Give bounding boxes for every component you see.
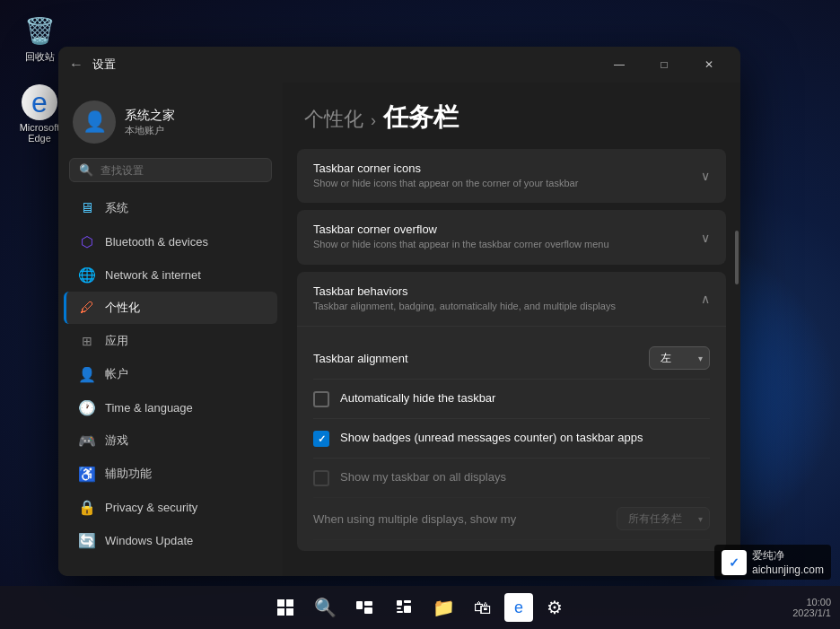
desktop: 🗑️ 回收站 e Microsoft Edge ← 设置 — □ ✕ 👤 bbox=[0, 0, 840, 629]
sidebar-item-privacy[interactable]: 🔒 Privacy & security bbox=[64, 491, 277, 523]
maximize-button[interactable]: □ bbox=[643, 50, 685, 79]
accounts-icon: 👤 bbox=[78, 365, 96, 383]
taskbar-edge-button[interactable]: e bbox=[504, 593, 533, 622]
breadcrumb-arrow: › bbox=[371, 111, 376, 130]
svg-rect-6 bbox=[364, 607, 372, 614]
corner-icons-info: Taskbar corner icons Show or hide icons … bbox=[313, 162, 692, 190]
svg-rect-7 bbox=[397, 600, 402, 606]
personalization-icon: 🖊 bbox=[78, 299, 96, 317]
multiple-displays-dropdown-wrapper: 所有任务栏 ▾ bbox=[617, 507, 710, 530]
corner-icons-title: Taskbar corner icons bbox=[313, 162, 692, 175]
apps-icon: ⊞ bbox=[78, 332, 96, 350]
avatar-icon: 👤 bbox=[83, 110, 107, 134]
user-profile[interactable]: 👤 系统之家 本地账户 bbox=[58, 92, 283, 158]
widgets-button[interactable] bbox=[386, 590, 422, 625]
sidebar-item-bluetooth[interactable]: ⬡ Bluetooth & devices bbox=[64, 225, 277, 258]
badges-row: Show badges (unread messages counter) on… bbox=[313, 419, 710, 459]
title-bar: ← 设置 — □ ✕ bbox=[58, 47, 740, 83]
main-content: 个性化 › 任务栏 Taskbar corner icons Show or h… bbox=[283, 83, 740, 576]
alignment-label: Taskbar alignment bbox=[313, 352, 649, 365]
sidebar-item-bluetooth-label: Bluetooth & devices bbox=[105, 235, 208, 249]
svg-rect-0 bbox=[277, 599, 284, 607]
watermark-icon: ✓ bbox=[722, 550, 747, 575]
svg-rect-10 bbox=[397, 611, 403, 613]
search-box[interactable]: 🔍 bbox=[69, 158, 272, 182]
taskbar-center: 🔍 📁 🛍 e ⚙ bbox=[267, 590, 573, 625]
sidebar-item-personalization[interactable]: 🖊 个性化 bbox=[64, 292, 277, 324]
corner-overflow-title: Taskbar corner overflow bbox=[313, 223, 692, 236]
system-tray: 10:00 2023/1/1 bbox=[792, 597, 831, 618]
svg-rect-4 bbox=[356, 601, 363, 609]
corner-overflow-info: Taskbar corner overflow Show or hide ico… bbox=[313, 223, 692, 251]
minimize-button[interactable]: — bbox=[599, 50, 640, 79]
sidebar-item-update-label: Windows Update bbox=[105, 534, 193, 547]
svg-rect-11 bbox=[404, 606, 411, 613]
alignment-dropdown-wrapper: 左 居中 ▾ bbox=[649, 346, 710, 370]
alignment-select[interactable]: 左 居中 bbox=[649, 346, 710, 370]
user-name: 系统之家 bbox=[125, 108, 175, 124]
window-controls: — □ ✕ bbox=[599, 50, 730, 79]
svg-rect-8 bbox=[404, 600, 411, 603]
taskbar-search-button[interactable]: 🔍 bbox=[307, 590, 343, 625]
store-button[interactable]: 🛍 bbox=[465, 590, 501, 625]
sidebar: 👤 系统之家 本地账户 🔍 🖥 系 bbox=[58, 83, 283, 576]
time-icon: 🕐 bbox=[78, 398, 96, 416]
clock-date: 2023/1/1 bbox=[792, 607, 831, 618]
watermark-brand: 爱纯净 bbox=[752, 549, 784, 562]
sidebar-item-games-label: 游戏 bbox=[105, 432, 128, 449]
svg-rect-2 bbox=[277, 608, 284, 616]
sidebar-item-network[interactable]: 🌐 Network & internet bbox=[64, 258, 277, 291]
window-title: 设置 bbox=[92, 57, 116, 73]
settings-body: 👤 系统之家 本地账户 🔍 🖥 系 bbox=[58, 83, 740, 576]
sidebar-item-network-label: Network & internet bbox=[105, 268, 201, 282]
sidebar-item-games[interactable]: 🎮 游戏 bbox=[64, 424, 277, 457]
svg-rect-9 bbox=[397, 607, 401, 609]
taskbar-right: 10:00 2023/1/1 bbox=[792, 597, 831, 618]
bluetooth-icon: ⬡ bbox=[78, 232, 96, 250]
sidebar-item-system[interactable]: 🖥 系统 bbox=[64, 192, 277, 224]
breadcrumb: 个性化 bbox=[304, 106, 363, 133]
sidebar-item-time[interactable]: 🕐 Time & language bbox=[64, 391, 277, 424]
corner-overflow-row[interactable]: Taskbar corner overflow Show or hide ico… bbox=[297, 210, 726, 264]
badges-checkbox[interactable] bbox=[313, 431, 329, 447]
task-view-button[interactable] bbox=[346, 590, 382, 625]
behaviors-header[interactable]: Taskbar behaviors Taskbar alignment, bad… bbox=[297, 272, 726, 327]
all-displays-label: Show my taskbar on all displays bbox=[340, 469, 506, 485]
taskbar-settings-button[interactable]: ⚙ bbox=[537, 590, 573, 625]
behaviors-info: Taskbar behaviors Taskbar alignment, bad… bbox=[313, 284, 692, 313]
multiple-displays-label: When using multiple displays, show my bbox=[313, 512, 617, 526]
corner-icons-row[interactable]: Taskbar corner icons Show or hide icons … bbox=[297, 149, 726, 203]
alignment-row: Taskbar alignment 左 居中 ▾ bbox=[313, 337, 710, 380]
sidebar-item-accessibility-label: 辅助功能 bbox=[105, 466, 152, 482]
sidebar-item-privacy-label: Privacy & security bbox=[105, 501, 197, 514]
search-input[interactable] bbox=[101, 164, 262, 177]
sidebar-item-apps[interactable]: ⊞ 应用 bbox=[64, 325, 277, 357]
sidebar-item-update[interactable]: 🔄 Windows Update bbox=[64, 524, 277, 556]
edge-icon: e bbox=[22, 84, 57, 120]
watermark-domain: aichunjing.com bbox=[752, 563, 824, 576]
recycle-bin-icon: 🗑️ bbox=[22, 13, 57, 48]
settings-window: ← 设置 — □ ✕ 👤 系统之家 本地账户 bbox=[58, 47, 740, 576]
behaviors-title: Taskbar behaviors bbox=[313, 284, 692, 298]
close-button[interactable]: ✕ bbox=[688, 50, 730, 79]
svg-rect-1 bbox=[286, 599, 293, 607]
user-type: 本地账户 bbox=[125, 124, 175, 137]
behaviors-desc: Taskbar alignment, badging, automaticall… bbox=[313, 300, 692, 313]
start-button[interactable] bbox=[267, 590, 303, 625]
auto-hide-label: Automatically hide the taskbar bbox=[340, 390, 495, 406]
back-button[interactable]: ← bbox=[69, 57, 83, 73]
behaviors-content: Taskbar alignment 左 居中 ▾ bbox=[297, 327, 726, 551]
auto-hide-checkbox[interactable] bbox=[313, 391, 329, 407]
sidebar-item-accounts[interactable]: 👤 帐户 bbox=[64, 358, 277, 390]
corner-icons-section: Taskbar corner icons Show or hide icons … bbox=[297, 149, 726, 203]
sidebar-item-time-label: Time & language bbox=[105, 401, 193, 415]
sidebar-item-accessibility[interactable]: ♿ 辅助功能 bbox=[64, 458, 277, 490]
svg-rect-5 bbox=[364, 601, 372, 606]
taskbar: 🔍 📁 🛍 e ⚙ bbox=[0, 586, 840, 629]
corner-icons-chevron: ∨ bbox=[701, 169, 710, 183]
search-container: 🔍 bbox=[58, 158, 283, 191]
behaviors-section: Taskbar behaviors Taskbar alignment, bad… bbox=[297, 272, 726, 551]
page-title: 任务栏 bbox=[383, 100, 459, 135]
multiple-displays-row: When using multiple displays, show my 所有… bbox=[313, 498, 710, 540]
file-explorer-button[interactable]: 📁 bbox=[425, 590, 461, 625]
